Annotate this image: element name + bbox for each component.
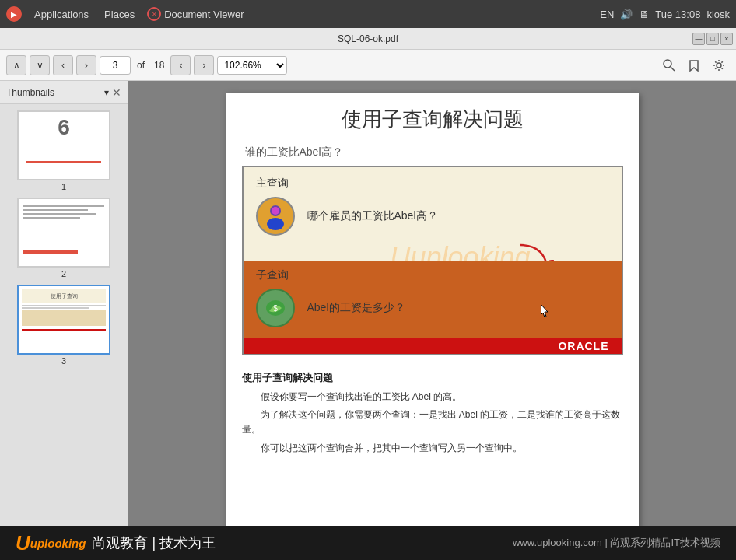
slide-title: 使用子查询解决问题 <box>242 106 623 133</box>
thumbnail-frame-3: 使用子查询 <box>17 285 110 355</box>
thumbnail-item-2[interactable]: 2 <box>17 198 110 278</box>
toolbar: ∧ ∨ ‹ › of 18 ‹ › 102.66% <box>0 50 736 81</box>
thumbnail-item-1[interactable]: 6 1 <box>17 110 110 191</box>
text-para-1: 假设你要写一个查询找出谁的工资比 Abel 的高。 <box>242 390 623 404</box>
settings-button[interactable] <box>708 54 730 76</box>
main-window: SQL-06-ok.pdf — □ × ∧ ∨ ‹ › of 18 ‹ › 10… <box>0 28 736 526</box>
minimize-button[interactable]: — <box>692 33 705 45</box>
page-of-label: of <box>134 60 148 71</box>
slide-container: 使用子查询解决问题 谁的工资比Abel高？ Uuplooking 主查询 <box>226 93 639 362</box>
thumbnail-num-3: 3 <box>61 356 66 366</box>
brand-logo-area: U uplooking <box>16 531 86 555</box>
thumbnail-list: 6 1 <box>0 104 128 526</box>
slide-question: 谁的工资比Abel高？ <box>242 145 623 159</box>
thumb2-red-bar <box>23 250 78 254</box>
thumbnail-num-2: 2 <box>61 269 66 278</box>
search-icon <box>663 59 675 72</box>
thumbnail-preview-2 <box>19 199 109 266</box>
brand-website: www.uplooking.com | 尚观系列精品IT技术视频 <box>513 536 720 550</box>
page-total-label: 18 <box>151 60 167 71</box>
volume-icon[interactable]: 🔊 <box>620 9 633 20</box>
svg-line-1 <box>671 67 675 71</box>
sidebar-dropdown-icon[interactable]: ▾ <box>104 87 109 98</box>
brand-left: U uplooking 尚观教育 | 技术为王 <box>16 531 216 555</box>
svg-point-0 <box>664 60 671 68</box>
brand-name: 尚观教育 | 技术为王 <box>92 534 216 552</box>
thumb2-lines <box>23 205 104 221</box>
sidebar: Thumbnails ▾ ✕ 6 1 <box>0 81 128 526</box>
pdf-area[interactable]: 使用子查询解决问题 谁的工资比Abel高？ Uuplooking 主查询 <box>128 81 736 526</box>
page-number-input[interactable] <box>100 56 131 75</box>
sidebar-header: Thumbnails ▾ ✕ <box>0 81 128 104</box>
thumb1-number: 6 <box>58 115 70 140</box>
thumb3-content: 使用子查询 <box>19 286 109 334</box>
text-content: 使用子查询解决问题 假设你要写一个查询找出谁的工资比 Abel 的高。 为了解决… <box>226 362 639 468</box>
time-display: Tue 13:08 <box>655 9 700 20</box>
main-query-label: 主查询 <box>256 177 609 191</box>
doc-viewer-menu[interactable]: Document Viewer <box>164 9 244 20</box>
page-nav-prev[interactable]: ‹ <box>170 55 191 75</box>
screen-icon[interactable]: 🖥 <box>639 9 649 20</box>
slide-box: Uuplooking 主查询 <box>242 166 623 355</box>
thumbnail-num-1: 1 <box>61 182 66 191</box>
main-query-text: 哪个雇员的工资比Abel高？ <box>307 209 438 223</box>
titlebar: SQL-06-ok.pdf — □ × <box>0 28 736 50</box>
settings-icon <box>713 59 725 72</box>
menubar-right: EN 🔊 🖥 Tue 13:08 kiosk <box>600 9 730 20</box>
next-page-button[interactable]: › <box>76 55 96 75</box>
bookmark-icon <box>689 59 699 72</box>
main-area: Thumbnails ▾ ✕ 6 1 <box>0 81 736 526</box>
slide-footer: ORACLE <box>244 338 622 354</box>
doc-viewer-icon: ✕ <box>147 7 161 21</box>
bookmark-button[interactable] <box>683 54 705 76</box>
pdf-page: 使用子查询解决问题 谁的工资比Abel高？ Uuplooking 主查询 <box>226 93 639 526</box>
window-controls: — □ × <box>692 33 733 45</box>
page-nav-next[interactable]: › <box>194 55 214 75</box>
main-query-area: 主查询 哪个雇员的工资比Abe <box>244 167 622 261</box>
text-para-2: 为了解决这个问题，你需要两个查询：一是找出 Abel 的工资，二是找谁的工资高于… <box>242 408 623 437</box>
thumbnail-item-3[interactable]: 使用子查询 3 <box>17 285 110 366</box>
thumbnail-frame-2 <box>17 198 110 268</box>
brand-u-letter: U <box>16 531 30 555</box>
window-title: SQL-06-ok.pdf <box>338 33 398 44</box>
text-para-3: 你可以把这两个查询合并，把其中一个查询写入另一个查询中。 <box>242 441 623 456</box>
nav-up-button[interactable]: ∧ <box>6 55 26 75</box>
sidebar-title: Thumbnails <box>6 87 104 98</box>
brand-uplooking: uplooking <box>30 537 86 550</box>
svg-point-4 <box>267 218 284 230</box>
sub-query-content: $ Abel的工资是多少？ <box>256 289 609 327</box>
zoom-select[interactable]: 102.66% <box>217 56 287 75</box>
menubar: ▶ Applications Places ✕ Document Viewer … <box>0 0 736 28</box>
nav-down-button[interactable]: ∨ <box>30 55 50 75</box>
lang-indicator: EN <box>600 9 614 20</box>
maximize-button[interactable]: □ <box>706 33 719 45</box>
sidebar-close-button[interactable]: ✕ <box>112 86 121 99</box>
thumbnail-preview-1: 6 <box>19 112 109 179</box>
applications-menu[interactable]: Applications <box>31 7 92 22</box>
brand-bar: U uplooking 尚观教育 | 技术为王 www.uplooking.co… <box>0 526 736 560</box>
text-heading: 使用子查询解决问题 <box>242 371 623 385</box>
thumbnail-preview-3: 使用子查询 <box>19 286 109 353</box>
main-query-content: 哪个雇员的工资比Abel高？ <box>256 197 609 236</box>
sub-query-text: Abel的工资是多少？ <box>307 301 405 315</box>
money-icon: $ <box>256 289 295 327</box>
app-icon: ▶ <box>6 6 22 22</box>
close-button[interactable]: × <box>720 33 733 45</box>
sub-query-label: 子查询 <box>256 268 609 282</box>
thumb1-line <box>26 161 101 163</box>
sub-query-wrapper: 子查询 $ Abel的工资是多少 <box>244 261 622 338</box>
places-menu[interactable]: Places <box>101 7 138 22</box>
oracle-label: ORACLE <box>558 340 608 352</box>
person-icon <box>256 197 295 236</box>
svg-text:$: $ <box>273 304 278 313</box>
svg-point-5 <box>272 207 279 215</box>
prev-page-button[interactable]: ‹ <box>53 55 73 75</box>
thumbnail-frame-1: 6 <box>17 110 110 180</box>
search-button[interactable] <box>658 54 680 76</box>
kiosk-label: kiosk <box>706 9 730 20</box>
svg-point-2 <box>717 63 721 68</box>
